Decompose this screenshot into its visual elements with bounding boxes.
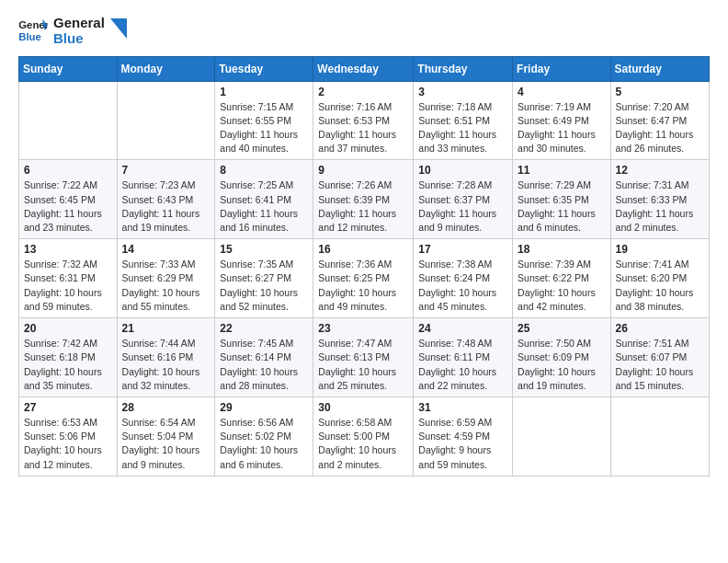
day-number: 9: [318, 164, 408, 177]
day-number: 15: [220, 243, 308, 256]
calendar-cell: [610, 397, 709, 477]
logo-general: General: [53, 15, 105, 30]
weekday-header-thursday: Thursday: [414, 56, 513, 81]
day-info: Sunrise: 7:41 AMSunset: 6:20 PMDaylight:…: [616, 258, 704, 314]
day-info: Sunrise: 7:25 AMSunset: 6:41 PMDaylight:…: [220, 178, 308, 235]
day-info: Sunrise: 7:16 AMSunset: 6:53 PMDaylight:…: [318, 100, 408, 156]
day-info: Sunrise: 7:20 AMSunset: 6:47 PMDaylight:…: [616, 100, 704, 156]
day-number: 4: [518, 86, 606, 98]
day-number: 14: [122, 243, 210, 256]
day-info: Sunrise: 7:19 AMSunset: 6:49 PMDaylight:…: [518, 100, 606, 156]
day-number: 22: [220, 322, 308, 335]
calendar-cell: 1Sunrise: 7:15 AMSunset: 6:55 PMDaylight…: [215, 81, 313, 160]
day-info: Sunrise: 7:35 AMSunset: 6:27 PMDaylight:…: [220, 258, 308, 314]
weekday-header-friday: Friday: [513, 56, 611, 81]
day-number: 8: [220, 164, 308, 177]
day-info: Sunrise: 7:33 AMSunset: 6:29 PMDaylight:…: [122, 258, 210, 314]
calendar-cell: 2Sunrise: 7:16 AMSunset: 6:53 PMDaylight…: [313, 81, 414, 160]
calendar-cell: 21Sunrise: 7:44 AMSunset: 6:16 PMDayligh…: [117, 318, 215, 397]
day-info: Sunrise: 7:38 AMSunset: 6:24 PMDaylight:…: [418, 258, 507, 314]
page: General Blue General Blue SundayMondayTu…: [0, 0, 728, 491]
weekday-header-wednesday: Wednesday: [313, 56, 414, 81]
day-number: 23: [318, 322, 408, 335]
day-number: 28: [122, 401, 210, 414]
calendar-week-row: 13Sunrise: 7:32 AMSunset: 6:31 PMDayligh…: [19, 239, 710, 318]
day-info: Sunrise: 6:58 AMSunset: 5:00 PMDaylight:…: [318, 416, 408, 472]
day-number: 20: [24, 322, 112, 335]
day-info: Sunrise: 6:54 AMSunset: 5:04 PMDaylight:…: [122, 416, 210, 472]
calendar-cell: 13Sunrise: 7:32 AMSunset: 6:31 PMDayligh…: [19, 239, 118, 318]
calendar-body: 1Sunrise: 7:15 AMSunset: 6:55 PMDaylight…: [19, 81, 710, 476]
day-number: 7: [122, 164, 210, 177]
svg-marker-4: [110, 18, 127, 39]
calendar-cell: 16Sunrise: 7:36 AMSunset: 6:25 PMDayligh…: [313, 239, 414, 318]
calendar-cell: 15Sunrise: 7:35 AMSunset: 6:27 PMDayligh…: [215, 239, 313, 318]
calendar-week-row: 20Sunrise: 7:42 AMSunset: 6:18 PMDayligh…: [19, 318, 710, 397]
weekday-header-sunday: Sunday: [19, 56, 118, 81]
calendar-cell: 28Sunrise: 6:54 AMSunset: 5:04 PMDayligh…: [117, 397, 215, 477]
calendar-cell: 29Sunrise: 6:56 AMSunset: 5:02 PMDayligh…: [215, 397, 313, 477]
day-number: 19: [616, 243, 704, 256]
day-number: 12: [616, 164, 704, 177]
calendar-cell: [19, 81, 118, 160]
day-number: 3: [418, 86, 507, 98]
logo-icon: General Blue: [18, 17, 48, 43]
day-number: 27: [24, 401, 112, 414]
day-number: 5: [616, 86, 704, 98]
day-number: 31: [418, 401, 507, 414]
day-info: Sunrise: 7:15 AMSunset: 6:55 PMDaylight:…: [220, 100, 308, 156]
day-number: 11: [518, 164, 606, 177]
day-info: Sunrise: 7:48 AMSunset: 6:11 PMDaylight:…: [418, 337, 507, 393]
calendar-header: SundayMondayTuesdayWednesdayThursdayFrid…: [19, 56, 710, 81]
day-info: Sunrise: 7:29 AMSunset: 6:35 PMDaylight:…: [518, 178, 606, 235]
calendar-cell: [117, 81, 215, 160]
day-info: Sunrise: 7:22 AMSunset: 6:45 PMDaylight:…: [24, 178, 112, 235]
day-info: Sunrise: 7:31 AMSunset: 6:33 PMDaylight:…: [616, 178, 704, 235]
calendar-week-row: 6Sunrise: 7:22 AMSunset: 6:45 PMDaylight…: [19, 160, 710, 239]
day-info: Sunrise: 7:23 AMSunset: 6:43 PMDaylight:…: [122, 178, 210, 235]
calendar-cell: 11Sunrise: 7:29 AMSunset: 6:35 PMDayligh…: [513, 160, 611, 239]
calendar-cell: 12Sunrise: 7:31 AMSunset: 6:33 PMDayligh…: [610, 160, 709, 239]
calendar-cell: 24Sunrise: 7:48 AMSunset: 6:11 PMDayligh…: [414, 318, 513, 397]
weekday-header-row: SundayMondayTuesdayWednesdayThursdayFrid…: [19, 56, 710, 81]
logo: General Blue General Blue: [18, 15, 127, 47]
day-number: 2: [318, 86, 408, 98]
calendar-cell: 14Sunrise: 7:33 AMSunset: 6:29 PMDayligh…: [117, 239, 215, 318]
calendar-cell: 31Sunrise: 6:59 AMSunset: 4:59 PMDayligh…: [414, 397, 513, 477]
calendar-cell: 19Sunrise: 7:41 AMSunset: 6:20 PMDayligh…: [610, 239, 709, 318]
calendar-cell: 30Sunrise: 6:58 AMSunset: 5:00 PMDayligh…: [313, 397, 414, 477]
calendar-cell: 23Sunrise: 7:47 AMSunset: 6:13 PMDayligh…: [313, 318, 414, 397]
calendar-cell: [513, 397, 611, 477]
logo-blue: Blue: [53, 30, 105, 46]
calendar-week-row: 27Sunrise: 6:53 AMSunset: 5:06 PMDayligh…: [19, 397, 710, 477]
calendar-cell: 5Sunrise: 7:20 AMSunset: 6:47 PMDaylight…: [610, 81, 709, 160]
day-number: 10: [418, 164, 507, 177]
day-number: 1: [220, 86, 308, 98]
calendar-cell: 26Sunrise: 7:51 AMSunset: 6:07 PMDayligh…: [610, 318, 709, 397]
day-number: 26: [616, 322, 704, 335]
calendar-cell: 18Sunrise: 7:39 AMSunset: 6:22 PMDayligh…: [513, 239, 611, 318]
calendar-cell: 3Sunrise: 7:18 AMSunset: 6:51 PMDaylight…: [414, 81, 513, 160]
day-info: Sunrise: 6:56 AMSunset: 5:02 PMDaylight:…: [220, 416, 308, 472]
calendar-cell: 17Sunrise: 7:38 AMSunset: 6:24 PMDayligh…: [414, 239, 513, 318]
day-number: 6: [24, 164, 112, 177]
svg-text:Blue: Blue: [18, 31, 41, 42]
calendar-cell: 25Sunrise: 7:50 AMSunset: 6:09 PMDayligh…: [513, 318, 611, 397]
calendar-cell: 20Sunrise: 7:42 AMSunset: 6:18 PMDayligh…: [19, 318, 118, 397]
day-number: 13: [24, 243, 112, 256]
day-number: 21: [122, 322, 210, 335]
calendar-cell: 9Sunrise: 7:26 AMSunset: 6:39 PMDaylight…: [313, 160, 414, 239]
day-number: 17: [418, 243, 507, 256]
day-info: Sunrise: 7:39 AMSunset: 6:22 PMDaylight:…: [518, 258, 606, 314]
calendar-cell: 27Sunrise: 6:53 AMSunset: 5:06 PMDayligh…: [19, 397, 118, 477]
day-info: Sunrise: 7:26 AMSunset: 6:39 PMDaylight:…: [318, 178, 408, 235]
calendar-cell: 10Sunrise: 7:28 AMSunset: 6:37 PMDayligh…: [414, 160, 513, 239]
day-info: Sunrise: 7:18 AMSunset: 6:51 PMDaylight:…: [418, 100, 507, 156]
day-info: Sunrise: 7:28 AMSunset: 6:37 PMDaylight:…: [418, 178, 507, 235]
day-info: Sunrise: 6:59 AMSunset: 4:59 PMDaylight:…: [418, 416, 507, 472]
header: General Blue General Blue: [18, 15, 710, 47]
day-info: Sunrise: 6:53 AMSunset: 5:06 PMDaylight:…: [24, 416, 112, 472]
weekday-header-tuesday: Tuesday: [215, 56, 313, 81]
day-number: 16: [318, 243, 408, 256]
calendar-cell: 4Sunrise: 7:19 AMSunset: 6:49 PMDaylight…: [513, 81, 611, 160]
